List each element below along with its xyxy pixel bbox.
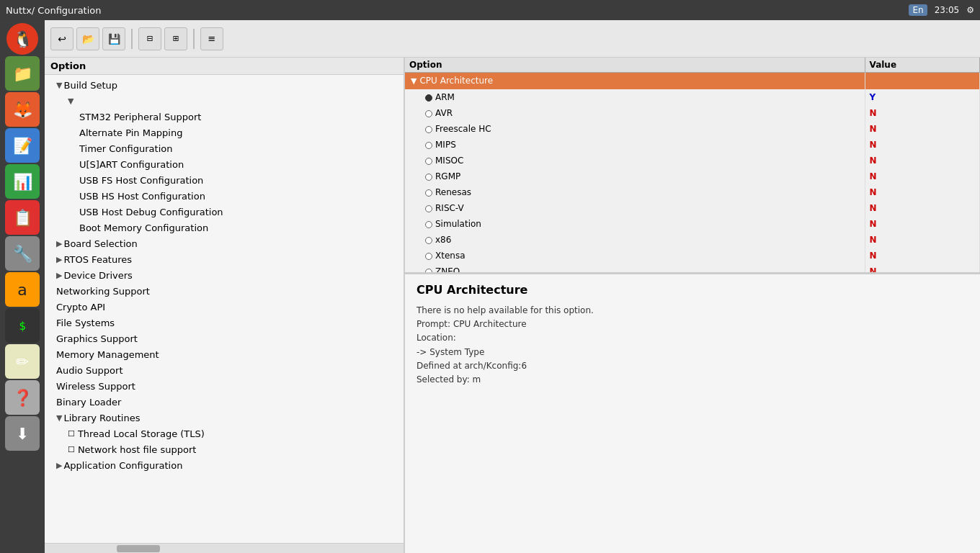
right-panel: Option Value ▼CPU ArchitectureARMYAVRNFr… <box>405 58 980 553</box>
row-label: RISC-V <box>435 203 464 213</box>
tree-label: Alternate Pin Mapping <box>79 126 182 140</box>
undo-button[interactable]: ↩ <box>50 27 74 50</box>
table-row[interactable]: ARMY <box>405 89 980 105</box>
table-cell-value: N <box>865 216 980 232</box>
col-option: Option <box>405 58 865 73</box>
save-button[interactable]: 💾 <box>102 27 125 50</box>
table-cell-option: MISOC <box>405 153 865 168</box>
expand-icon-lib: ▼ <box>56 411 62 426</box>
left-scrollbar-h[interactable] <box>45 543 404 553</box>
content-area: Option ▼ Build Setup ▼ STM32 Peripheral … <box>45 58 980 553</box>
taskbar-amazon-icon[interactable]: a <box>5 272 40 307</box>
taskbar-ubuntu-icon[interactable]: 🐧 <box>6 23 38 55</box>
tree-networking[interactable]: Networking Support <box>45 284 404 300</box>
table-row[interactable]: RGMPN <box>405 168 980 184</box>
radio-icon <box>425 126 432 133</box>
config-table-area[interactable]: Option Value ▼CPU ArchitectureARMYAVRNFr… <box>405 58 980 274</box>
table-cell-value: N <box>865 121 980 137</box>
radio-icon <box>425 269 432 274</box>
open-button[interactable]: 📂 <box>76 27 99 50</box>
tree-rtos[interactable]: ▶ RTOS Features <box>45 252 404 268</box>
taskbar-help-icon[interactable]: ❓ <box>5 380 40 415</box>
tree-build-setup[interactable]: ▼ Build Setup <box>45 78 404 94</box>
tree-label: Wireless Support <box>56 379 135 394</box>
table-row[interactable]: x86N <box>405 232 980 248</box>
taskbar-settings-icon[interactable]: 🔧 <box>5 236 40 271</box>
table-cell-value: Y <box>865 89 980 105</box>
taskbar-editor-icon[interactable]: ✏️ <box>5 344 40 379</box>
row-label: AVR <box>435 108 453 118</box>
taskbar-install-icon[interactable]: ⬇️ <box>5 416 40 451</box>
tree-build-setup-inner[interactable]: ▼ <box>45 94 404 109</box>
table-cell-option: Simulation <box>405 216 865 232</box>
tree-graphics[interactable]: Graphics Support <box>45 331 404 347</box>
tree-crypto[interactable]: Crypto API <box>45 300 404 315</box>
expand-icon-2: ▼ <box>68 94 74 109</box>
tree-timer[interactable]: Timer Configuration <box>45 141 404 157</box>
table-row[interactable]: RenesasN <box>405 184 980 200</box>
tree-memory[interactable]: Memory Management <box>45 347 404 363</box>
expand-icon-device: ▶ <box>56 269 62 283</box>
radio-icon <box>425 94 432 102</box>
tree-app-config[interactable]: ▶ Application Configuration <box>45 458 404 474</box>
table-cell-option: Freescale HC <box>405 121 865 137</box>
app-window: ↩ 📂 💾 ⊟ ⊞ ≡ Option ▼ Build Setup ▼ <box>45 20 980 553</box>
table-row[interactable]: ZNEON <box>405 264 980 274</box>
table-cell-value: N <box>865 153 980 168</box>
taskbar-files-icon[interactable]: 📁 <box>5 56 40 91</box>
tree-area[interactable]: ▼ Build Setup ▼ STM32 Peripheral Support… <box>45 75 404 543</box>
radio-icon <box>425 174 432 181</box>
table-row[interactable]: SimulationN <box>405 216 980 232</box>
taskbar-writer-icon[interactable]: 📝 <box>5 128 40 163</box>
table-row[interactable]: ▼CPU Architecture <box>405 73 980 90</box>
expand-button[interactable]: ≡ <box>200 27 223 50</box>
taskbar-impress-icon[interactable]: 📋 <box>5 200 40 235</box>
tree-label: File Systems <box>56 316 115 331</box>
tree-usb-fs[interactable]: USB FS Host Configuration <box>45 173 404 189</box>
taskbar-terminal-icon[interactable]: $ <box>5 308 40 343</box>
left-panel-header: Option <box>45 58 404 75</box>
help-title: CPU Architecture <box>416 283 968 297</box>
config-table: Option Value ▼CPU ArchitectureARMYAVRNFr… <box>405 58 980 274</box>
table-cell-option: RGMP <box>405 168 865 184</box>
table-row[interactable]: AVRN <box>405 105 980 121</box>
settings-icon[interactable]: ⚙ <box>966 5 974 15</box>
row-label: Renesas <box>435 187 471 197</box>
tree-binary-loader[interactable]: Binary Loader <box>45 395 404 410</box>
tree-board-sel[interactable]: ▶ Board Selection <box>45 236 404 252</box>
radio-icon <box>425 142 432 149</box>
tree-network-host[interactable]: ☐ Network host file support <box>45 442 404 458</box>
row-label: ZNEO <box>435 266 460 274</box>
tree-label: Binary Loader <box>56 395 121 410</box>
taskbar-calc-icon[interactable]: 📊 <box>5 164 40 199</box>
tree-label: Crypto API <box>56 300 105 315</box>
table-row[interactable]: Freescale HCN <box>405 121 980 137</box>
titlebar: Nuttx/ Configuration En 23:05 ⚙ <box>0 0 980 20</box>
app-title: Nuttx/ Configuration <box>6 5 102 16</box>
tree-label: Network host file support <box>78 443 196 457</box>
tree-usb-hs[interactable]: USB HS Host Configuration <box>45 189 404 204</box>
tree-alt-pin[interactable]: Alternate Pin Mapping <box>45 125 404 141</box>
table-row[interactable]: MISOCN <box>405 153 980 168</box>
tree-boot-mem[interactable]: Boot Memory Configuration <box>45 220 404 236</box>
tree-device-drivers[interactable]: ▶ Device Drivers <box>45 268 404 284</box>
table-row[interactable]: RISC-VN <box>405 200 980 216</box>
tree-tls[interactable]: ☐ Thread Local Storage (TLS) <box>45 426 404 442</box>
tree-usart[interactable]: U[S]ART Configuration <box>45 157 404 173</box>
tree-lib-routines[interactable]: ▼ Library Routines <box>45 410 404 426</box>
taskbar-firefox-icon[interactable]: 🦊 <box>5 92 40 127</box>
help-line-3: Location: <box>416 331 968 345</box>
tree-wireless[interactable]: Wireless Support <box>45 379 404 395</box>
tree-filesys[interactable]: File Systems <box>45 315 404 331</box>
tree-stm32[interactable]: STM32 Peripheral Support <box>45 109 404 125</box>
split-v-button[interactable]: ⊞ <box>164 27 187 50</box>
split-h-button[interactable]: ⊟ <box>138 27 161 50</box>
tree-audio[interactable]: Audio Support <box>45 363 404 379</box>
tree-label: Thread Local Storage (TLS) <box>78 427 205 441</box>
table-cell-option: MIPS <box>405 137 865 153</box>
kb-indicator: En <box>909 4 927 16</box>
tree-label: Build Setup <box>63 78 117 93</box>
table-row[interactable]: XtensaN <box>405 248 980 264</box>
table-row[interactable]: MIPSN <box>405 137 980 153</box>
tree-usb-debug[interactable]: USB Host Debug Configuration <box>45 204 404 220</box>
